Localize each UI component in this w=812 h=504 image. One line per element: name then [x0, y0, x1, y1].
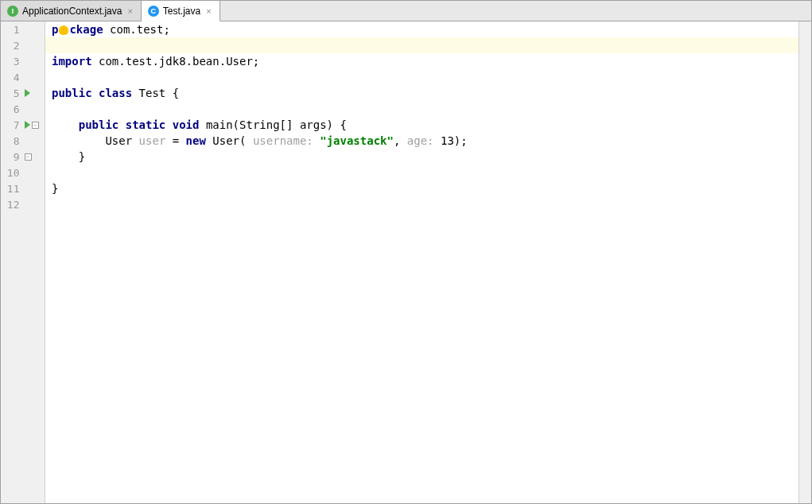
gutter-icons: − [23, 153, 45, 161]
close-icon[interactable]: × [204, 6, 212, 16]
code-line-9[interactable]: } [52, 149, 805, 165]
line-number: 4 [1, 72, 23, 83]
run-icon[interactable] [25, 121, 30, 129]
code-line-4[interactable] [52, 69, 805, 85]
tab-label: Test.java [163, 6, 200, 17]
code-line-6[interactable] [52, 101, 805, 117]
gutter-row[interactable]: 11 [1, 180, 45, 196]
code-line-2[interactable] [45, 37, 811, 53]
line-number: 12 [1, 199, 23, 211]
code-line-8[interactable]: User user = new User( username: "javasta… [52, 133, 805, 149]
line-number: 6 [1, 103, 23, 115]
gutter-icons [23, 89, 45, 97]
code-line-3[interactable]: import com.test.jdk8.bean.User; [52, 53, 805, 69]
gutter-row[interactable]: 8 [1, 133, 45, 149]
code-area[interactable]: pckage com.test; import com.test.jdk8.be… [45, 21, 811, 503]
vertical-scrollbar[interactable] [798, 21, 811, 503]
tab-application-context[interactable]: I ApplicationContext.java × [1, 1, 142, 21]
gutter-row[interactable]: 2 [1, 37, 45, 53]
code-line-12[interactable] [52, 196, 805, 212]
line-number: 9 [1, 151, 23, 163]
close-icon[interactable]: × [126, 6, 134, 16]
line-number: 7 [1, 119, 23, 131]
interface-icon: I [7, 6, 18, 17]
editor-tabs: I ApplicationContext.java × C Test.java … [1, 1, 811, 21]
gutter-row[interactable]: 1 [1, 21, 45, 37]
line-number: 11 [1, 183, 23, 195]
run-icon[interactable] [25, 89, 30, 97]
fold-close-icon[interactable]: − [25, 153, 32, 161]
line-number: 8 [1, 135, 23, 147]
gutter-row[interactable]: 7− [1, 117, 45, 133]
gutter-row[interactable]: 12 [1, 196, 45, 212]
tab-test[interactable]: C Test.java × [142, 1, 220, 21]
line-number: 10 [1, 167, 23, 179]
gutter-row[interactable]: 10 [1, 165, 45, 180]
code-line-7[interactable]: public static void main(String[] args) { [52, 117, 805, 133]
gutter-icons: − [23, 121, 45, 129]
tab-label: ApplicationContext.java [22, 6, 122, 17]
code-line-11[interactable]: } [52, 180, 805, 196]
class-icon: C [148, 6, 159, 17]
editor-area: 1234567−89−101112 pckage com.test; impor… [1, 21, 811, 503]
gutter-row[interactable]: 9− [1, 149, 45, 165]
gutter-row[interactable]: 3 [1, 53, 45, 69]
gutter-row[interactable]: 5 [1, 85, 45, 101]
gutter-row[interactable]: 4 [1, 69, 45, 85]
code-line-5[interactable]: public class Test { [52, 85, 805, 101]
code-content[interactable]: pckage com.test; import com.test.jdk8.be… [45, 21, 811, 212]
line-number: 2 [1, 40, 23, 52]
line-number: 5 [1, 87, 23, 99]
code-line-10[interactable] [52, 165, 805, 180]
line-number: 1 [1, 24, 23, 36]
intention-bulb-icon[interactable] [59, 25, 68, 35]
fold-open-icon[interactable]: − [32, 122, 39, 129]
code-line-1[interactable]: pckage com.test; [52, 21, 805, 37]
gutter-row[interactable]: 6 [1, 101, 45, 117]
gutter: 1234567−89−101112 [1, 21, 45, 503]
line-number: 3 [1, 56, 23, 68]
